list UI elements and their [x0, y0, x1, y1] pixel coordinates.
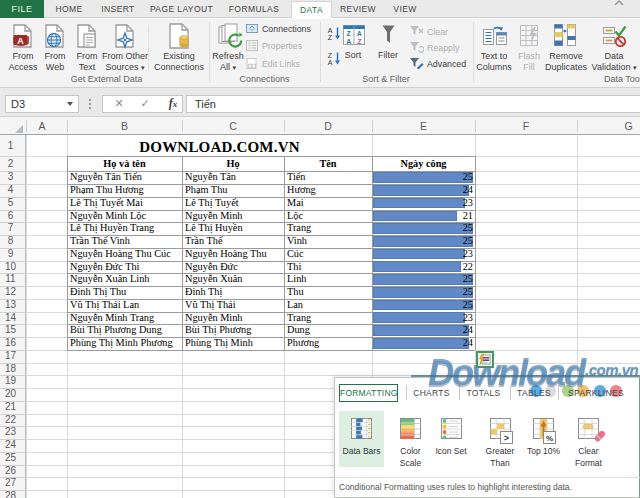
svg-text:A: A	[328, 59, 333, 65]
svg-text:A: A	[328, 27, 333, 34]
svg-text:Z: Z	[347, 30, 352, 37]
svg-text:Z: Z	[328, 34, 333, 40]
svg-text:A: A	[17, 36, 24, 46]
svg-text:Z: Z	[357, 38, 362, 45]
svg-text:%: %	[546, 434, 553, 443]
svg-text:A: A	[346, 38, 351, 45]
svg-text:A: A	[357, 30, 362, 37]
svg-text:>: >	[504, 433, 509, 443]
